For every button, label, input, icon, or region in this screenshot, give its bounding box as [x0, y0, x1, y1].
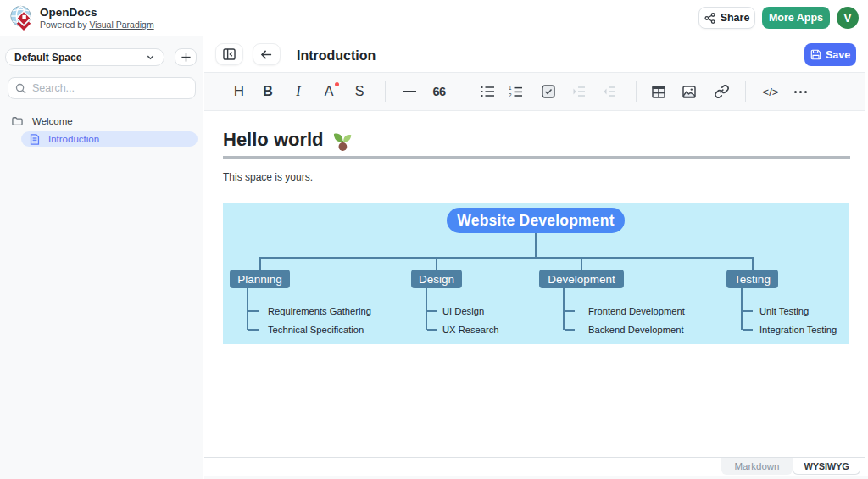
svg-text:2: 2 [509, 92, 512, 97]
svg-text:1: 1 [509, 86, 512, 91]
